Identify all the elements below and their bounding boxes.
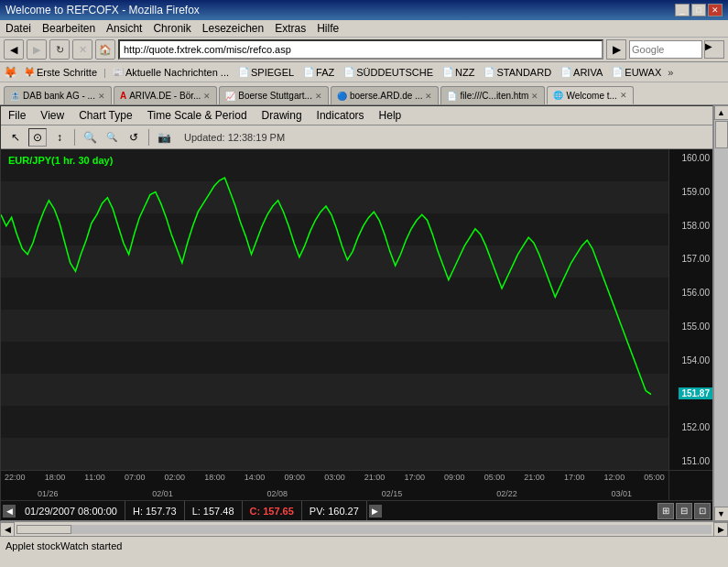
scroll-x-track[interactable] bbox=[16, 525, 712, 534]
bookmark-nzz[interactable]: 📄 NZZ bbox=[440, 66, 477, 79]
scroll-down-btn[interactable]: ▼ bbox=[714, 507, 729, 521]
tab-favicon-5: 🌐 bbox=[553, 91, 563, 100]
bookmark-erste[interactable]: 🦊 Erste Schritte bbox=[21, 66, 100, 79]
tool-arrow[interactable]: ↖ bbox=[6, 128, 25, 147]
minimize-btn[interactable]: _ bbox=[675, 4, 690, 16]
time-label-12: 05:00 bbox=[484, 473, 505, 482]
bookmarks-more-btn[interactable]: » bbox=[668, 67, 673, 78]
tab-close-4[interactable]: ✕ bbox=[531, 92, 538, 101]
menu-bearbeiten[interactable]: Bearbeiten bbox=[42, 22, 95, 35]
time-label-1: 18:00 bbox=[45, 473, 66, 482]
menu-extras[interactable]: Extras bbox=[275, 22, 306, 35]
app-menu-timescale[interactable]: Time Scale & Period bbox=[147, 109, 247, 122]
menu-datei[interactable]: Datei bbox=[5, 22, 31, 35]
tab-favicon-4: 📄 bbox=[447, 92, 457, 101]
menu-ansicht[interactable]: Ansicht bbox=[106, 22, 142, 35]
tab-label-2: Boerse Stuttgart... bbox=[238, 91, 312, 101]
maximize-btn[interactable]: □ bbox=[691, 4, 706, 16]
tab-close-3[interactable]: ✕ bbox=[425, 92, 432, 101]
bookmark-sueddeutsche[interactable]: 📄 SÜDDEUTSCHE bbox=[341, 66, 436, 79]
tool-zoom-out[interactable]: 🔍 bbox=[103, 128, 121, 147]
tab-label-5: Welcome t... bbox=[566, 91, 616, 101]
tab-close-1[interactable]: ✕ bbox=[203, 92, 211, 101]
bookmark-ariva[interactable]: 📄 ARIVA bbox=[558, 66, 605, 79]
bookmark-faz[interactable]: 📄 FAZ bbox=[300, 66, 337, 79]
app-menu-file[interactable]: File bbox=[8, 109, 26, 122]
time-label-5: 18:00 bbox=[204, 473, 225, 482]
tab-file[interactable]: 📄 file:///C...iten.htm ✕ bbox=[440, 86, 545, 104]
time-label-13: 21:00 bbox=[524, 473, 545, 482]
browser-status-text: Applet stockWatch started bbox=[5, 540, 122, 551]
chart-canvas[interactable] bbox=[1, 149, 651, 433]
scroll-up-btn[interactable]: ▲ bbox=[714, 105, 729, 120]
tab-close-5[interactable]: ✕ bbox=[620, 91, 627, 100]
bookmark-icon-4: 📄 bbox=[343, 67, 354, 77]
menu-hilfe[interactable]: Hilfe bbox=[317, 22, 339, 35]
date-label-2: 02/08 bbox=[267, 489, 288, 498]
price-label-0: 160.00 bbox=[669, 153, 710, 163]
scroll-track[interactable] bbox=[714, 120, 728, 507]
tool-reset[interactable]: ↺ bbox=[125, 128, 143, 147]
refresh-btn[interactable]: ↻ bbox=[49, 39, 70, 60]
tab-ariva[interactable]: A ARIVA.DE - Bör... ✕ bbox=[114, 86, 217, 104]
stop-btn[interactable]: ✕ bbox=[72, 39, 92, 60]
scroll-x-thumb[interactable] bbox=[16, 525, 71, 534]
tab-close-0[interactable]: ✕ bbox=[98, 92, 105, 101]
price-label-3: 157.00 bbox=[669, 254, 710, 264]
app-menu-charttype[interactable]: Chart Type bbox=[79, 109, 132, 122]
status-icon-3[interactable]: ⊡ bbox=[694, 503, 711, 519]
bookmark-nachrichten[interactable]: 📰 Aktuelle Nachrichten ... bbox=[110, 66, 232, 79]
app-menu-indicators[interactable]: Indicators bbox=[317, 109, 364, 122]
bookmark-label-5: NZZ bbox=[455, 67, 474, 78]
status-pv: PV: 160.27 bbox=[302, 501, 367, 520]
tab-ard[interactable]: 🔵 boerse.ARD.de ... ✕ bbox=[331, 86, 439, 104]
app-menu-help[interactable]: Help bbox=[379, 109, 402, 122]
time-label-7: 09:00 bbox=[284, 473, 305, 482]
menu-chronik[interactable]: Chronik bbox=[153, 22, 190, 35]
search-input[interactable] bbox=[629, 40, 702, 59]
price-label-9: 151.00 bbox=[669, 456, 710, 466]
nav-bar: ◀ ▶ ↻ ✕ 🏠 ▶ ▶ bbox=[0, 38, 728, 62]
firefox-icon: 🦊 bbox=[4, 66, 17, 79]
home-btn[interactable]: 🏠 bbox=[95, 39, 115, 60]
tab-stuttgart[interactable]: 📈 Boerse Stuttgart... ✕ bbox=[219, 86, 329, 104]
scroll-right-btn[interactable]: ▶ bbox=[713, 522, 728, 537]
menu-lesezeichen[interactable]: Lesezeichen bbox=[202, 22, 264, 35]
status-date: 01/29/2007 08:00:00 bbox=[17, 501, 125, 520]
address-input[interactable] bbox=[118, 39, 603, 60]
tool-crosshair[interactable]: ⊙ bbox=[28, 128, 47, 147]
bookmark-label-6: STANDARD bbox=[496, 67, 551, 78]
scroll-thumb[interactable] bbox=[715, 121, 728, 148]
close-btn[interactable]: ✕ bbox=[708, 4, 723, 16]
app-menu-view[interactable]: View bbox=[40, 109, 64, 122]
window-controls: _ □ ✕ bbox=[675, 4, 723, 16]
search-btn[interactable]: ▶ bbox=[704, 40, 724, 59]
status-icon-1[interactable]: ⊞ bbox=[657, 503, 674, 519]
date-label-3: 02/15 bbox=[382, 489, 403, 498]
status-right-arrow[interactable]: ▶ bbox=[369, 505, 382, 518]
go-btn[interactable]: ▶ bbox=[606, 39, 626, 60]
time-label-3: 07:00 bbox=[125, 473, 146, 482]
status-left-arrow[interactable]: ◀ bbox=[3, 505, 16, 518]
tab-dab[interactable]: 🏦 DAB bank AG - ... ✕ bbox=[4, 86, 112, 104]
tool-camera[interactable]: 📷 bbox=[155, 128, 173, 147]
status-icon-2[interactable]: ⊟ bbox=[676, 503, 692, 519]
tool-scroll[interactable]: ↕ bbox=[50, 128, 69, 147]
status-high: H: 157.73 bbox=[125, 501, 185, 520]
chart-main[interactable]: EUR/JPY(1 hr. 30 day) bbox=[1, 149, 668, 470]
time-label-2: 11:00 bbox=[84, 473, 105, 482]
bookmark-spiegel[interactable]: 📄 SPIEGEL bbox=[235, 66, 297, 79]
price-label-2: 158.00 bbox=[669, 221, 710, 231]
tab-close-2[interactable]: ✕ bbox=[315, 92, 322, 101]
app-menu-drawing[interactable]: Drawing bbox=[262, 109, 302, 122]
scroll-left-btn[interactable]: ◀ bbox=[0, 522, 15, 537]
bookmark-euwax[interactable]: 📄 EUWAX bbox=[609, 66, 664, 79]
forward-btn[interactable]: ▶ bbox=[27, 39, 47, 60]
back-btn[interactable]: ◀ bbox=[4, 39, 24, 60]
chart-container: EUR/JPY(1 hr. 30 day) 160.00 159.00 158.… bbox=[1, 149, 712, 520]
tab-welcome[interactable]: 🌐 Welcome t... ✕ bbox=[547, 86, 633, 104]
bookmark-standard[interactable]: 📄 STANDARD bbox=[481, 66, 554, 79]
time-label-0: 22:00 bbox=[5, 473, 26, 482]
bookmark-label-2: SPIEGEL bbox=[251, 67, 294, 78]
tool-zoom-in[interactable]: 🔍 bbox=[81, 128, 99, 147]
